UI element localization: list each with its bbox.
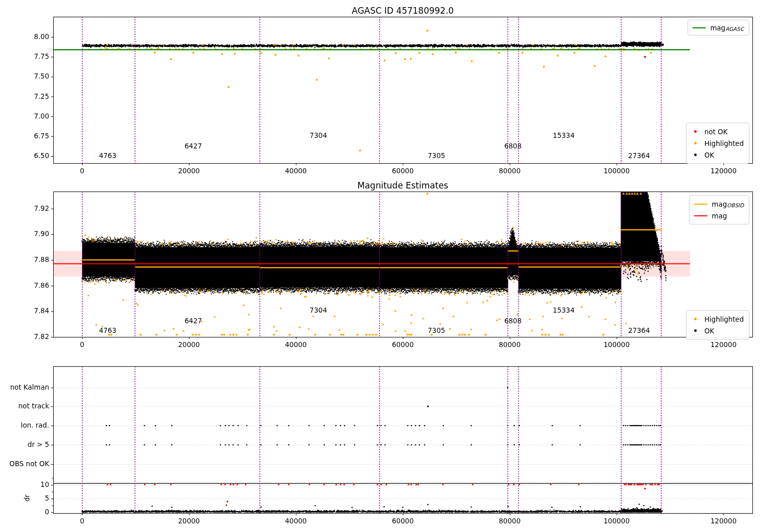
legend-point-types-middle: Highlighted OK xyxy=(686,310,749,339)
x-tick-label: 100000 xyxy=(603,167,630,175)
x-tick-label: 40000 xyxy=(285,340,307,349)
segment-label-middle-15334: 15334 xyxy=(553,306,575,314)
y-tick-label: 6.50 xyxy=(19,151,49,160)
y-tick-label: 7.92 xyxy=(19,204,49,212)
y-tick-label: 7.50 xyxy=(19,72,49,80)
segment-label-middle-27364: 27364 xyxy=(628,326,650,334)
segment-label-top-6427: 6427 xyxy=(184,142,202,150)
category-tick-label: not Kalman xyxy=(4,383,49,391)
orange-dot-swatch xyxy=(694,318,697,320)
x-tick-label: 80000 xyxy=(499,517,521,525)
plot-canvas xyxy=(0,0,760,532)
y-tick-label: 7.84 xyxy=(19,307,49,315)
segment-label-middle-6427: 6427 xyxy=(184,317,202,325)
red-dot-swatch xyxy=(694,130,697,133)
y-tick-label: 7.86 xyxy=(19,281,49,289)
y-tick-label: 7.90 xyxy=(19,230,49,238)
legend-item-highlighted-2: Highlighted xyxy=(691,313,744,325)
orange-line-swatch xyxy=(694,204,707,205)
legend-item-mag: mag xyxy=(694,210,744,221)
segment-label-top-6808: 6808 xyxy=(504,142,521,150)
red-line-swatch xyxy=(694,215,707,216)
x-tick-label: 80000 xyxy=(499,340,521,349)
x-tick-label: 0 xyxy=(80,340,85,349)
x-tick-label: 0 xyxy=(80,167,85,175)
legend-item-mag-agasc: magAGASC xyxy=(693,23,744,32)
x-tick-label: 40000 xyxy=(285,517,307,525)
segment-label-top-4763: 4763 xyxy=(99,151,116,160)
legend-mag-lines: magOBSID mag xyxy=(689,195,749,224)
segment-label-middle-7304: 7304 xyxy=(310,306,327,314)
segment-label-middle-6808: 6808 xyxy=(504,317,521,325)
dr-tick-label: 0 xyxy=(19,508,49,516)
segment-label-top-7304: 7304 xyxy=(310,131,327,139)
orange-dot-swatch xyxy=(694,142,697,144)
x-tick-label: 100000 xyxy=(603,340,630,349)
black-dot-swatch xyxy=(694,329,697,332)
y-tick-label: 7.88 xyxy=(19,255,49,263)
x-tick-label: 60000 xyxy=(392,517,414,525)
category-tick-label: dr > 5 xyxy=(4,440,49,448)
y-tick-label: 7.00 xyxy=(19,112,49,120)
x-tick-label: 20000 xyxy=(178,517,200,525)
legend-point-types-top: not OK Highlighted OK xyxy=(686,123,749,164)
segment-label-middle-7305: 7305 xyxy=(428,326,445,334)
dr-tick-label: 5 xyxy=(19,494,49,502)
y-tick-label: 6.75 xyxy=(19,132,49,140)
y-tick-label: 7.75 xyxy=(19,52,49,60)
category-tick-label: not track xyxy=(4,402,49,410)
x-tick-label: 120000 xyxy=(710,517,737,525)
legend-item-mag-obsid: magOBSID xyxy=(694,198,744,210)
legend-item-not-ok: not OK xyxy=(691,126,744,137)
category-tick-label: OBS not OK xyxy=(4,460,49,468)
x-tick-label: 60000 xyxy=(392,167,414,175)
x-tick-label: 20000 xyxy=(178,167,200,175)
category-tick-label: Ion. rad. xyxy=(4,421,49,429)
segment-label-top-7305: 7305 xyxy=(428,151,445,160)
y-tick-label: 7.82 xyxy=(19,332,49,340)
x-tick-label: 0 xyxy=(80,517,85,525)
x-tick-label: 120000 xyxy=(710,167,737,175)
x-tick-label: 100000 xyxy=(603,517,630,525)
legend-label: mag xyxy=(710,24,726,32)
plot2-title: Magnitude Estimates xyxy=(53,180,752,191)
x-tick-label: 120000 xyxy=(710,340,737,349)
segment-label-top-15334: 15334 xyxy=(553,131,575,139)
x-tick-label: 60000 xyxy=(392,340,414,349)
x-tick-label: 80000 xyxy=(499,167,521,175)
y-tick-label: 8.00 xyxy=(19,32,49,41)
segment-label-top-27364: 27364 xyxy=(628,151,650,160)
y-tick-label: 7.25 xyxy=(19,92,49,100)
legend-item-ok-2: OK xyxy=(691,325,744,336)
legend-item-ok: OK xyxy=(691,149,744,161)
legend-mag-agasc: magAGASC xyxy=(688,20,749,35)
figure: AGASC ID 457180992.0 Magnitude Estimates… xyxy=(0,0,760,532)
segment-label-middle-4763: 4763 xyxy=(99,326,116,334)
black-dot-swatch xyxy=(694,154,697,156)
green-line-swatch xyxy=(693,27,706,28)
plot1-title: AGASC ID 457180992.0 xyxy=(53,6,752,16)
legend-item-highlighted: Highlighted xyxy=(691,137,744,149)
x-tick-label: 20000 xyxy=(178,340,200,349)
dr-tick-label: 10 xyxy=(19,480,49,488)
x-tick-label: 40000 xyxy=(285,167,307,175)
